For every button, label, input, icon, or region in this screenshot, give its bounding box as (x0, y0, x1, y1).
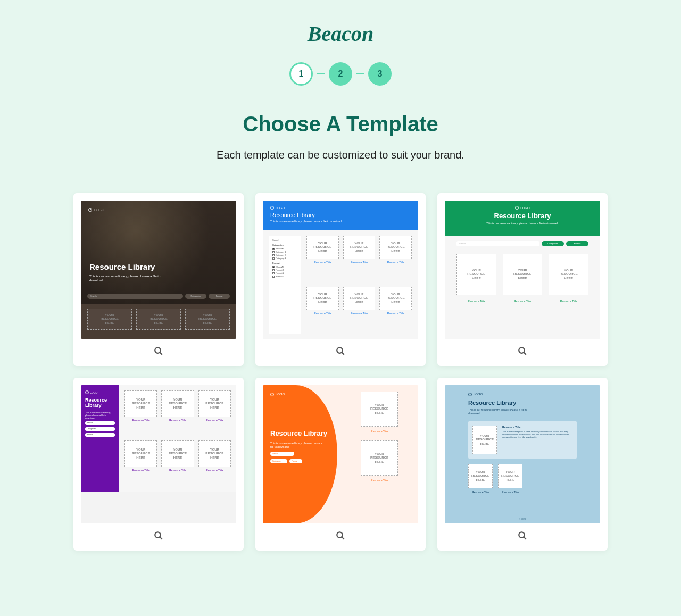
template-thumb: LOGO Resource Library This is our resour… (263, 385, 418, 523)
svg-point-4 (519, 347, 525, 353)
zoom-icon[interactable] (263, 339, 418, 362)
svg-line-11 (524, 537, 526, 539)
page-title: Choose A Template (0, 112, 681, 136)
svg-point-8 (337, 532, 343, 538)
step-2[interactable]: 2 (329, 62, 352, 86)
zoom-icon[interactable] (81, 523, 236, 546)
template-card-4[interactable]: LOGO Resource Library This is our resour… (73, 378, 244, 551)
svg-point-0 (155, 347, 161, 353)
template-thumb: LOGO Resource Library This is our resour… (263, 201, 418, 339)
template-thumb: LOGO Resource Library This is our resour… (81, 201, 236, 339)
svg-line-5 (524, 352, 526, 355)
svg-point-10 (519, 532, 525, 538)
brand-logo: Beacon (0, 21, 681, 46)
svg-point-6 (155, 532, 161, 538)
step-3[interactable]: 3 (368, 62, 392, 86)
svg-line-3 (342, 352, 344, 355)
stepper-dash (356, 73, 364, 74)
zoom-icon[interactable] (445, 523, 600, 546)
svg-line-7 (160, 537, 162, 539)
template-thumb: LOGO Resource Library This is our resour… (445, 201, 600, 339)
stepper: 1 2 3 (0, 62, 681, 86)
template-card-1[interactable]: LOGO Resource Library This is our resour… (73, 193, 244, 366)
svg-point-2 (337, 347, 343, 353)
page-subtitle: Each template can be customized to suit … (0, 149, 681, 161)
step-1[interactable]: 1 (289, 62, 313, 86)
template-thumb: LOGO Resource Library This is our resour… (445, 385, 600, 523)
template-thumb: LOGO Resource Library This is our resour… (81, 385, 236, 523)
template-card-6[interactable]: LOGO Resource Library This is our resour… (437, 378, 608, 551)
zoom-icon[interactable] (263, 523, 418, 546)
zoom-icon[interactable] (445, 339, 600, 362)
template-card-2[interactable]: LOGO Resource Library This is our resour… (255, 193, 426, 366)
template-card-3[interactable]: LOGO Resource Library This is our resour… (437, 193, 608, 366)
template-grid: LOGO Resource Library This is our resour… (0, 193, 681, 551)
svg-line-1 (160, 352, 162, 355)
template-card-5[interactable]: LOGO Resource Library This is our resour… (255, 378, 426, 551)
svg-line-9 (342, 537, 344, 539)
zoom-icon[interactable] (81, 339, 236, 362)
stepper-dash (317, 73, 325, 74)
